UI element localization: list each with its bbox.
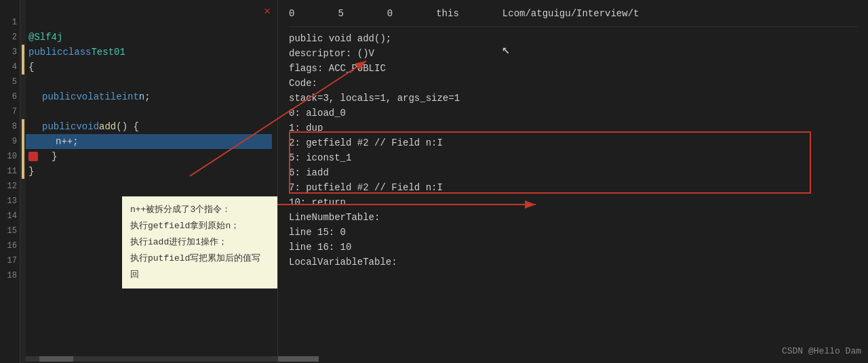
annotation-text: @Slf4j (28, 30, 62, 45)
header-col2: 0 (387, 8, 393, 19)
line-gutter: 1 2 3 4 5 6 7 8 9 10 11 12 13 14 15 16 1… (0, 0, 20, 363)
line-num-6: 6 (12, 89, 17, 104)
line-num-14: 14 (7, 209, 17, 223)
header-col3: this (436, 8, 459, 19)
right-scrollbar[interactable] (278, 356, 868, 362)
method-name: add (99, 119, 116, 134)
code-line-empty2 (28, 104, 272, 119)
bytecode-content: public void add(); descriptor: ()V flags… (289, 27, 857, 274)
code-line-method: public void add () { (28, 119, 272, 134)
left-scrollbar[interactable] (26, 356, 277, 362)
editor-toolbar: ✕ 🗑 (258, 0, 278, 22)
annotation-line2: 执行getfield拿到原始n； (130, 218, 269, 234)
kw-volatile: volatile (76, 89, 121, 104)
annotation-line3: 执行iadd进行加1操作； (130, 234, 269, 251)
annotation-panel: n++被拆分成了3个指令： 执行getfield拿到原始n； 执行iadd进行加… (122, 196, 277, 289)
classname-text: Test01 (91, 45, 125, 60)
line-num-17: 17 (7, 253, 17, 268)
bc-line16: line 16: 10 (289, 240, 857, 255)
marker-1 (22, 45, 24, 74)
code-line-annotation: @Slf4j (28, 30, 272, 45)
right-panel: 0 5 0 this Lcom/atguigu/Interview/t publ… (278, 0, 868, 363)
bc-stack-line: stack=3, locals=1, args_size=1 (289, 91, 857, 106)
code-line-outer-brace: } (28, 164, 272, 179)
kw-public2: public (42, 89, 76, 104)
method-parens: () { (116, 119, 139, 134)
cursor-icon: ↖ (502, 41, 510, 58)
line-num-10: 10 (7, 149, 17, 164)
line-num-9: 9 (12, 134, 17, 149)
line-num-4: 4 (12, 60, 17, 74)
line-num-18: 18 (7, 268, 17, 283)
line-num-3: 3 (12, 45, 17, 60)
code-line-npp: n++; (26, 134, 272, 149)
code-line-field: public volatile int n ; (28, 89, 272, 104)
line-num-15: 15 (7, 223, 17, 238)
bc-descriptor: descriptor: ()V (289, 46, 857, 61)
header-row: 0 5 0 this Lcom/atguigu/Interview/t (289, 0, 857, 27)
code-line-empty1 (28, 74, 272, 89)
bc-inst3: 5: iconst_1 (289, 150, 857, 165)
kw-void: void (76, 119, 99, 134)
line-num-11: 11 (7, 164, 17, 179)
bc-local-variable: LocalVariableTable: (289, 255, 857, 270)
header-col1: 5 (338, 8, 343, 19)
right-scrollbar-track (278, 356, 868, 362)
right-scrollbar-thumb[interactable] (278, 356, 319, 362)
kw-int: int (122, 89, 139, 104)
toolbar-space (28, 3, 272, 30)
scrollbar-thumb[interactable] (39, 356, 73, 362)
close-icon[interactable]: ✕ (260, 4, 274, 18)
bc-inst0: 0: aload_0 (289, 106, 857, 121)
bc-inst5: 7: putfield #2 // Field n:I (289, 180, 857, 195)
bc-line-number-table: LineNumberTable: (289, 210, 857, 225)
marker-2 (22, 119, 24, 179)
line-num-16: 16 (7, 238, 17, 253)
kw-public3: public (42, 119, 76, 134)
outer-brace: } (28, 164, 34, 179)
kw-public: public (28, 45, 62, 60)
inner-brace: } (52, 149, 57, 164)
header-col4: Lcom/atguigu/Interview/t (502, 8, 639, 19)
annotation-line4: 执行putfield写把累加后的值写回 (130, 251, 269, 283)
left-panel: 1 2 3 4 5 6 7 8 9 10 11 12 13 14 15 16 1… (0, 0, 278, 363)
change-markers (20, 0, 26, 363)
header-col0: 0 (289, 8, 294, 19)
brace-open: { (28, 60, 34, 74)
line-num-8: 8 (12, 119, 17, 134)
line-num-2: 2 (12, 30, 17, 45)
bc-flags: flags: ACC_PUBLIC (289, 61, 857, 76)
code-content: @Slf4j public class Test01 { public vola… (26, 0, 277, 182)
field-name-n: n (139, 89, 144, 104)
line-num-1: 1 (12, 15, 17, 30)
bc-inst2: 2: getfield #2 // Field n:I (289, 135, 857, 150)
code-line-inner-brace: } (28, 149, 272, 164)
field-semicolon: ; (144, 89, 150, 104)
bc-method-line: public void add(); (289, 31, 857, 46)
line-num-5: 5 (12, 74, 17, 89)
npp-code: n++; (56, 134, 79, 149)
bc-inst1: 1: dup (289, 121, 857, 135)
main-container: 1 2 3 4 5 6 7 8 9 10 11 12 13 14 15 16 1… (0, 0, 868, 363)
error-marker-icon (28, 152, 38, 161)
kw-class: class (62, 45, 91, 60)
line-num-12: 12 (7, 179, 17, 194)
annotation-line1: n++被拆分成了3个指令： (130, 202, 269, 218)
watermark: CSDN @Hello Dam (782, 346, 861, 356)
code-line-brace-open: { (28, 60, 272, 74)
code-line-class: public class Test01 (28, 45, 272, 60)
line-num-7: 7 (12, 104, 17, 119)
bc-code-header: Code: (289, 76, 857, 91)
line-num-13: 13 (7, 194, 17, 209)
bc-inst4: 6: iadd (289, 165, 857, 180)
bc-inst6: 10: return (289, 195, 857, 210)
bc-line15: line 15: 0 (289, 225, 857, 240)
scrollbar-track (26, 356, 277, 362)
